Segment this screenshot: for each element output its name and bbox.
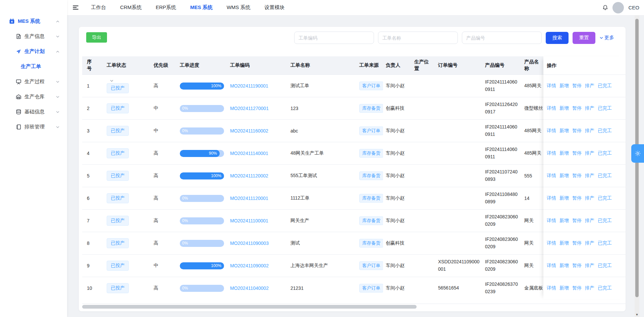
action-link[interactable]: 详情 [547,240,556,246]
action-link[interactable]: 暂停 [572,195,582,201]
filter-input[interactable] [378,32,458,44]
action-link[interactable]: 新增 [559,195,569,201]
sidebar-item[interactable]: 生产计划 [0,44,67,59]
column-header: 产品编号 [482,56,522,74]
action-link[interactable]: 已完工 [598,105,612,111]
avatar[interactable] [612,2,624,13]
action-link[interactable]: 详情 [547,195,556,201]
action-link[interactable]: 新增 [559,218,569,224]
action-link[interactable]: 已完工 [598,285,612,291]
filter-input[interactable] [462,32,542,44]
sidebar-item[interactable]: 生产信息 [0,29,67,44]
action-link[interactable]: 新增 [559,285,569,291]
row-seq: 6 [82,187,101,209]
work-order-code-link[interactable]: MO202411120001 [230,196,268,201]
topnav-item[interactable]: WMS 系统 [227,4,251,11]
action-link[interactable]: 详情 [547,128,556,134]
horizontal-scrollbar[interactable] [82,305,417,309]
scrollbar-down-arrow-icon[interactable]: ▼ [635,313,639,316]
topnav-item[interactable]: MES 系统 [190,4,213,11]
filter-input[interactable] [294,32,374,44]
action-link[interactable]: 暂停 [572,218,582,224]
work-order-code-link[interactable]: MO202411120002 [230,173,268,178]
reset-button[interactable]: 重置 [573,32,595,44]
row-product-no: IF202411264200917 [482,97,522,119]
action-link[interactable]: 新增 [559,83,569,89]
menu-collapse-icon[interactable] [72,5,79,10]
action-link[interactable]: 新增 [559,105,569,111]
action-link[interactable]: 排产 [585,263,594,269]
action-link[interactable]: 暂停 [572,240,582,246]
action-link[interactable]: 排产 [585,285,594,291]
action-link[interactable]: 暂停 [572,285,582,291]
action-link[interactable]: 已完工 [598,173,612,179]
action-link[interactable]: 详情 [547,83,556,89]
bell-icon[interactable] [602,5,608,10]
action-link[interactable]: 已完工 [598,218,612,224]
action-link[interactable]: 排产 [585,240,594,246]
row-priority: 高 [151,232,177,254]
action-link[interactable]: 暂停 [572,105,582,111]
action-link[interactable]: 排产 [585,128,594,134]
action-link[interactable]: 新增 [559,173,569,179]
action-link[interactable]: 已完工 [598,195,612,201]
search-button[interactable]: 搜索 [546,32,569,44]
action-link[interactable]: 已完工 [598,83,612,89]
sidebar-item[interactable]: 生产工单 [0,59,67,74]
filter-inputs [294,32,542,44]
action-link[interactable]: 暂停 [572,263,582,269]
work-order-code-link[interactable]: MO202411090002 [230,263,269,268]
user-label[interactable]: CEO [628,5,639,10]
more-toggle[interactable]: 更多 [599,35,614,41]
action-link[interactable]: 暂停 [572,173,582,179]
work-order-code-link[interactable]: MO202411190001 [230,83,268,89]
work-order-code-link[interactable]: MO202411160002 [230,128,268,134]
expand-chevron-down-icon[interactable] [110,79,114,82]
source-badge: 库存备货 [359,216,383,225]
sidebar-item[interactable]: MES 系统 [0,14,67,29]
action-link[interactable]: 详情 [547,105,556,111]
topnav-item[interactable]: CRM系统 [120,4,142,11]
sidebar-item[interactable]: 基础信息 [0,104,67,119]
vertical-scrollbar[interactable]: ▼ [635,15,639,317]
action-link[interactable]: 已完工 [598,150,612,156]
action-link[interactable]: 新增 [559,128,569,134]
action-link[interactable]: 新增 [559,263,569,269]
sidebar-item[interactable]: 生产过程 [0,74,67,89]
action-link[interactable]: 暂停 [572,128,582,134]
column-header: 工单编码 [227,56,288,74]
action-link[interactable]: 排产 [585,150,594,156]
action-link[interactable]: 排产 [585,195,594,201]
topnav-item[interactable]: 工作台 [91,4,106,11]
column-header: 生产位置 [412,56,435,74]
action-link[interactable]: 排产 [585,218,594,224]
work-order-code-link[interactable]: MO202411100001 [230,218,268,223]
work-order-code-link[interactable]: MO202411270001 [230,106,269,111]
action-link[interactable]: 详情 [547,285,556,291]
action-link[interactable]: 排产 [585,105,594,111]
work-order-code-link[interactable]: MO202411090003 [230,241,269,246]
topnav-item[interactable]: 设置模块 [265,4,285,11]
action-link[interactable]: 详情 [547,173,556,179]
work-order-code-link[interactable]: MO202411140001 [230,151,268,156]
product-number: IF202411084800899 [485,191,519,205]
action-link[interactable]: 新增 [559,240,569,246]
action-link[interactable]: 详情 [547,150,556,156]
action-link[interactable]: 排产 [585,173,594,179]
work-order-code-link[interactable]: MO202411040002 [230,285,269,291]
row-seq: 2 [82,97,101,119]
action-link[interactable]: 详情 [547,218,556,224]
topnav-item[interactable]: ERP系统 [156,4,176,11]
sidebar-item[interactable]: 排班管理 [0,119,67,135]
sidebar-item[interactable]: 生产仓库 [0,89,67,104]
action-link[interactable]: 暂停 [572,83,582,89]
settings-gear-button[interactable] [631,144,644,163]
action-link[interactable]: 已完工 [598,128,612,134]
action-link[interactable]: 排产 [585,83,594,89]
action-link[interactable]: 暂停 [572,150,582,156]
action-link[interactable]: 已完工 [598,240,612,246]
export-button[interactable]: 导出 [86,32,107,43]
action-link[interactable]: 已完工 [598,263,612,269]
action-link[interactable]: 新增 [559,150,569,156]
action-link[interactable]: 详情 [547,263,556,269]
